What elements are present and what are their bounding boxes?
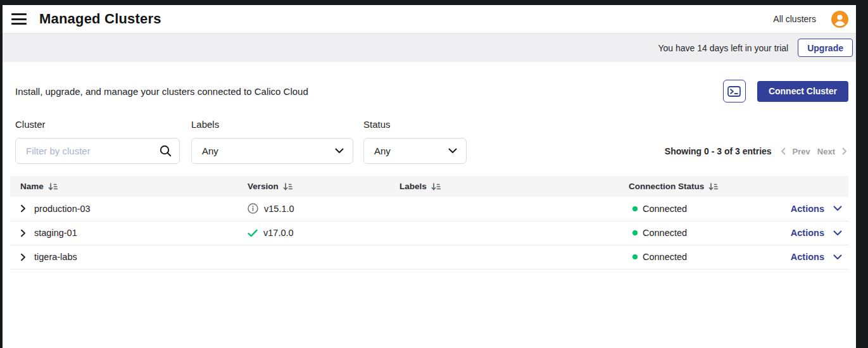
cluster-name: tigera-labs [34,252,77,262]
cluster-version: v17.0.0 [263,228,294,238]
status-filter-value: Any [374,146,391,156]
pagination-summary: Showing 0 - 3 of 3 entries [665,146,772,156]
row-expander-chevron-icon[interactable] [20,253,26,261]
page-description: Install, upgrade, and manage your cluste… [15,86,308,97]
chevron-left-icon[interactable] [781,147,786,155]
cluster-name: staging-01 [34,228,77,238]
labels-filter-value: Any [202,146,218,156]
cluster-filter-label: Cluster [15,119,180,130]
user-avatar[interactable] [831,11,848,28]
actions-label: Actions [791,228,824,238]
chevron-down-icon [833,254,842,260]
status-dot [632,230,638,235]
sort-icon [431,183,441,190]
trial-message: You have 14 days left in your trial [658,43,788,53]
cluster-labels [399,245,629,269]
cluster-labels [399,197,629,221]
column-header-labels[interactable]: Labels [399,176,629,197]
trial-banner: You have 14 days left in your trial Upgr… [3,34,856,62]
status-dot [632,254,638,259]
upgrade-button[interactable]: Upgrade [798,39,853,57]
actions-menu-button[interactable]: Actions [791,228,842,238]
table-row: staging-01 v17.0.0 [10,221,848,245]
main-content: Install, upgrade, and manage your cluste… [3,62,856,348]
column-header-connection-status[interactable]: Connection Status [629,176,798,197]
prev-page-button[interactable]: Prev [793,147,810,156]
table-header-row: Name Version [10,176,848,197]
cluster-version: v15.1.0 [264,204,294,214]
next-page-button[interactable]: Next [817,147,835,156]
connect-cluster-button[interactable]: Connect Cluster [757,81,848,102]
cluster-table-body: production-03 v15.1.0 [10,197,848,269]
terminal-icon [727,86,741,97]
column-header-name[interactable]: Name [10,176,248,197]
app-bar: Managed Clusters All clusters [3,5,856,34]
connection-status-text: Connected [643,252,687,262]
search-icon[interactable] [159,144,172,158]
labels-filter-label: Labels [191,119,353,130]
menu-hamburger-icon[interactable] [11,13,27,25]
cluster-scope-selector[interactable]: All clusters [773,14,816,24]
page-title: Managed Clusters [39,11,161,27]
status-filter-label: Status [363,119,467,130]
chevron-down-icon [335,148,344,154]
table-row: production-03 v15.1.0 [10,197,848,221]
cluster-name: production-03 [34,204,91,214]
actions-menu-button[interactable]: Actions [791,252,842,262]
status-dot [632,206,638,211]
labels-filter-select[interactable]: Any [191,138,353,164]
actions-menu-button[interactable]: Actions [791,204,842,214]
chevron-down-icon [833,230,842,236]
cluster-labels [399,221,629,245]
pagination: Showing 0 - 3 of 3 entries Prev Next [665,146,848,164]
status-filter-select[interactable]: Any [363,138,467,164]
row-expander-chevron-icon[interactable] [20,204,26,213]
version-check-icon [248,229,258,237]
sort-icon [708,183,718,190]
terminal-button[interactable] [723,80,746,103]
row-expander-chevron-icon[interactable] [20,229,26,237]
table-row: tigera-labs [10,245,848,269]
connection-status-text: Connected [643,204,687,214]
managed-clusters-page: Managed Clusters All clusters You have 1… [3,5,856,348]
connection-status-text: Connected [643,228,687,238]
sort-icon [48,183,58,190]
column-header-actions [798,176,848,197]
version-info-icon [248,203,258,214]
sort-icon [283,183,292,190]
column-header-version[interactable]: Version [248,176,399,197]
cluster-filter-input[interactable] [15,138,180,164]
chevron-right-icon[interactable] [842,147,847,155]
actions-label: Actions [791,204,824,214]
chevron-down-icon [833,206,842,211]
chevron-down-icon [448,148,457,154]
actions-label: Actions [791,252,824,262]
clusters-table: Name Version [10,176,848,270]
